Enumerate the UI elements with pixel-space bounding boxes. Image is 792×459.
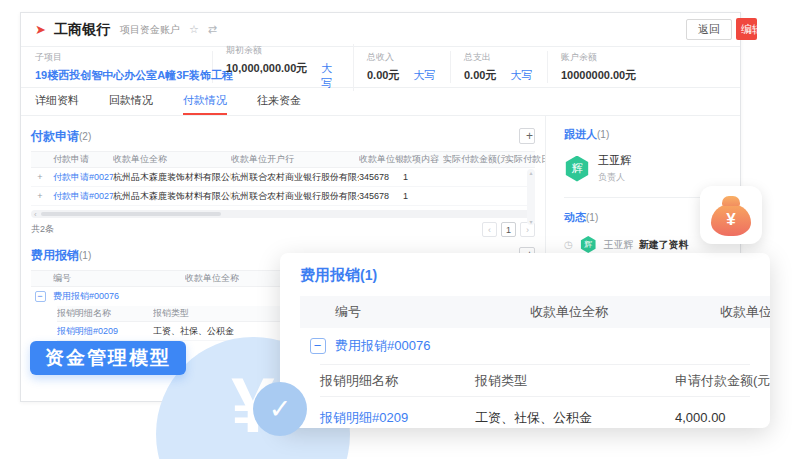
bank-cell: 杭州联合农村商业银行股份有限公司半山支行 [231, 171, 359, 184]
panel-count: (1) [360, 267, 377, 283]
header-cell: 收款单位全称 [530, 303, 720, 321]
subproject-link[interactable]: 19楼西投创智中心办公室A幢3F装饰工程 [35, 68, 233, 83]
total-count-label: 共2条 [31, 223, 54, 236]
expense-type-cell: 工资、社保、公积金 [475, 409, 675, 427]
section-count: (2) [79, 131, 91, 142]
moneybag-icon: ¥ [711, 204, 751, 236]
field-value: 10,000,000.00元 [226, 61, 307, 76]
star-icon[interactable]: ☆ [189, 23, 199, 36]
header-cell: 付款申请 [53, 153, 113, 166]
page-number[interactable]: 1 [501, 222, 516, 237]
field-label: 期初余额 [226, 44, 340, 57]
yuan-symbol: ¥ [726, 210, 735, 230]
field-value: 10000000.00元 [561, 68, 636, 83]
scroll-left-icon[interactable]: ‹ [34, 210, 37, 219]
vertical-scrollbar[interactable]: ▴ ▾ [527, 169, 535, 225]
content-cell: 1 [403, 191, 443, 201]
avatar: 辉 [580, 236, 597, 253]
field-subproject: 子项目 19楼西投创智中心办公室A幢3F装饰工程 [35, 51, 213, 83]
edit-button[interactable]: 编辑 [736, 18, 757, 40]
panel-table-row: − 费用报销#00076 [300, 328, 770, 364]
swap-icon[interactable]: ⇄ [208, 23, 217, 36]
company-cell: 杭州品木森鹿装饰材料有限公司 [113, 171, 231, 184]
payment-request-link[interactable]: 付款申请#00274 [53, 172, 113, 182]
payment-request-section-header: 付款申请(2) + [31, 126, 535, 145]
person-role: 负责人 [598, 171, 631, 184]
tab-bar: 详细资料 回款情况 付款情况 往来资金 [21, 88, 740, 116]
collapse-row-icon[interactable]: − [35, 291, 46, 302]
scroll-up-icon[interactable]: ▴ [529, 169, 532, 176]
add-payment-request-button[interactable]: + [519, 128, 535, 144]
account-cell: 345678 [359, 191, 403, 201]
field-account-balance: 账户余额 10000000.00元 [561, 51, 649, 83]
moneybag-card: ¥ [700, 186, 762, 244]
payment-request-table: 付款申请 收款单位全称 收款单位开户行 收款单位银行帐号 款项内容 实际付款金额… [31, 151, 535, 206]
followers-count: (1) [597, 129, 609, 140]
prev-page-button[interactable]: ‹ [482, 222, 497, 237]
payment-request-link[interactable]: 付款申请#00272 [53, 191, 113, 201]
uppercase-link[interactable]: 大写 [510, 68, 532, 83]
header-cell: 收款单位开户行 [720, 303, 770, 321]
panel-title-row: 费用报销(1) [300, 266, 770, 285]
tab-transactions[interactable]: 往来资金 [257, 88, 301, 115]
expense-detail-link[interactable]: 报销明细#0209 [320, 410, 408, 425]
expand-row-icon[interactable]: + [37, 191, 42, 201]
page-subtitle: 项目资金账户 [120, 23, 180, 37]
panel-header-row: 编号 收款单位全称 收款单位开户行 [300, 296, 770, 328]
collapse-row-icon[interactable]: − [310, 338, 326, 354]
field-label: 子项目 [35, 51, 199, 64]
field-value: 0.00元 [464, 68, 496, 83]
clock-icon: ◷ [564, 236, 573, 253]
header-cell: 编号 [53, 272, 185, 285]
followers-title-text: 跟进人 [564, 128, 597, 140]
top-bar: ➤ 工商银行 项目资金账户 ☆ ⇄ 返回 [21, 13, 740, 47]
field-label: 总收入 [367, 51, 437, 64]
field-label: 总支出 [464, 51, 534, 64]
activity-count: (1) [586, 212, 598, 223]
tab-details[interactable]: 详细资料 [35, 88, 79, 115]
header-cell: 编号 [335, 303, 530, 321]
header-cell: 申请付款金额(元) [675, 372, 770, 390]
uppercase-link[interactable]: 大写 [413, 68, 435, 83]
header-cell: 报销明细名称 [320, 372, 475, 390]
feed-person-link[interactable]: 王亚辉 [604, 236, 634, 253]
pagination: ‹ 1 › [482, 222, 535, 237]
subtable-row: 报销明细#0209 工资、社保、公积金 4,000.00 [320, 397, 750, 428]
avatar: 辉 [564, 156, 590, 182]
panel-title: 费用报销 [300, 266, 360, 283]
subtable-header-row: 报销明细名称 报销类型 申请付款金额(元) [320, 364, 750, 397]
activity-title-text: 动态 [564, 211, 586, 223]
back-button[interactable]: 返回 [686, 19, 732, 40]
expense-link[interactable]: 费用报销#00076 [335, 338, 430, 353]
header-cell: 收款单位全称 [113, 153, 231, 166]
field-opening-balance: 期初余额 10,000,000.00元 大写 [226, 44, 354, 91]
follower-person[interactable]: 辉 王亚辉 负责人 [564, 153, 730, 184]
company-cell: 杭州品木森鹿装饰材料有限公司 [113, 190, 231, 203]
field-value: 0.00元 [367, 68, 399, 83]
header-cell: 实际付款金额(元) [443, 153, 505, 166]
expense-detail-link[interactable]: 报销明细#0209 [57, 326, 118, 336]
bank-cell: 杭州联合农村商业银行股份有限公司半山支行 [231, 190, 359, 203]
section-count: (1) [79, 250, 91, 261]
header-cell: 实际付款日期 [505, 153, 545, 166]
tab-payments[interactable]: 付款情况 [183, 88, 227, 115]
field-label: 账户余额 [561, 51, 636, 64]
check-badge-icon: ✓ [253, 382, 307, 436]
expense-link[interactable]: 费用报销#00076 [53, 291, 119, 301]
tab-collections[interactable]: 回款情况 [109, 88, 153, 115]
section-title: 付款申请 [31, 129, 79, 143]
panel-subtable: 报销明细名称 报销类型 申请付款金额(元) 报销明细#0209 工资、社保、公积… [320, 364, 750, 428]
uppercase-link[interactable]: 大写 [321, 61, 340, 91]
check-symbol: ✓ [269, 393, 292, 425]
header-cell: 款项内容 [403, 153, 443, 166]
expense-amount-cell: 4,000.00 [675, 410, 770, 425]
scroll-down-icon[interactable]: ▾ [529, 218, 532, 225]
bank-logo-icon: ➤ [35, 23, 46, 36]
expand-row-icon[interactable]: + [37, 172, 42, 182]
table-header-row: 付款申请 收款单位全称 收款单位开户行 收款单位银行帐号 款项内容 实际付款金额… [31, 151, 535, 168]
scrollbar-thumb[interactable] [41, 212, 221, 216]
person-name: 王亚辉 [598, 153, 631, 168]
header-cell: 报销明细名称 [57, 307, 153, 320]
header-cell: 收款单位银行帐号 [359, 153, 403, 166]
horizontal-scrollbar[interactable]: ‹ › [31, 210, 535, 218]
